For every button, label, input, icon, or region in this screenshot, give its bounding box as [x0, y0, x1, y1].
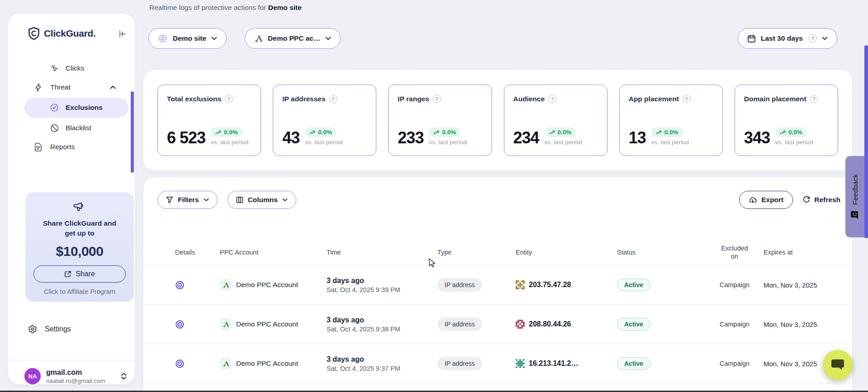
google-ads-icon: [220, 358, 232, 369]
chat-bubble-icon: [831, 359, 844, 371]
stat-value: 343: [744, 130, 770, 146]
table-row[interactable]: Demo PPC Account 3 days ago Sat, Oct 4, …: [143, 305, 852, 344]
table-row-partial[interactable]: 3 days ago: [143, 383, 852, 391]
row-status: Active: [617, 318, 706, 331]
help-icon[interactable]: ?: [809, 34, 817, 43]
col-type[interactable]: Type: [437, 249, 516, 256]
external-link-icon: [64, 270, 71, 278]
chevron-down-icon: [325, 37, 331, 40]
row-details-icon[interactable]: [171, 280, 220, 290]
table-row[interactable]: Demo PPC Account 3 days ago Sat, Oct 4, …: [143, 344, 852, 383]
document-icon: [33, 143, 43, 151]
main-content: Realtime logs of protective actions for …: [143, 0, 856, 392]
refresh-button[interactable]: Refresh: [803, 196, 840, 204]
row-time: 3 days ago Sat, Oct 4, 2025 9:39 PM: [327, 277, 437, 293]
user-menu[interactable]: NA gmail.com naatali.ro@gmail.com: [24, 368, 127, 384]
export-button[interactable]: Export: [739, 191, 793, 209]
trend-up-icon: [433, 130, 439, 135]
filter-bar: Demo site Demo PPC ac… Last 30 days ?: [148, 28, 842, 49]
globe-icon: [158, 33, 168, 43]
columns-button[interactable]: Columns: [228, 191, 296, 209]
stat-card: App placement ? 13 0.0% vs. last period: [619, 85, 723, 156]
cloud-download-icon: [749, 197, 757, 203]
help-icon[interactable]: ?: [810, 95, 818, 103]
settings-label: Settings: [45, 325, 71, 333]
row-excluded-on: Campaign: [706, 360, 764, 367]
trend-caption: vs. last period: [429, 139, 466, 146]
col-details[interactable]: Details: [171, 249, 220, 256]
stat-card: Total exclusions ? 6 523 0.0% vs. last p…: [157, 85, 261, 156]
chevron-up-icon: [110, 85, 116, 89]
chevron-down-icon: [211, 37, 217, 40]
row-type: IP address: [437, 317, 516, 331]
affiliate-promo-card: Share ClickGuard and get up to $10,000 S…: [25, 192, 134, 302]
help-icon[interactable]: ?: [225, 95, 233, 103]
stat-card: IP addresses ? 43 0.0% vs. last period: [273, 85, 376, 156]
sidebar-item-settings[interactable]: Settings: [28, 325, 71, 334]
help-icon[interactable]: ?: [329, 95, 337, 103]
sidebar-item-clicks[interactable]: Clicks: [8, 59, 135, 78]
trend-caption: vs. last period: [651, 139, 689, 146]
row-excluded-on: Campaign: [706, 281, 764, 288]
sidebar-item-reports[interactable]: Reports: [8, 137, 135, 156]
feedback-tab[interactable]: Feedback: [845, 156, 864, 237]
ppc-account-value: Demo PPC ac…: [268, 34, 320, 43]
trend-caption: vs. last period: [305, 139, 342, 146]
col-ppc-account[interactable]: PPC Account: [220, 249, 327, 256]
stat-card: Domain placement ? 343 0.0% vs. last per…: [735, 85, 838, 156]
trend-badge: 0.0%: [305, 128, 337, 137]
ppc-account-selector[interactable]: Demo PPC ac…: [245, 28, 341, 49]
status-badge: Active: [617, 279, 650, 291]
share-button[interactable]: Share: [33, 265, 126, 283]
help-icon[interactable]: ?: [433, 95, 441, 103]
col-status[interactable]: Status: [617, 249, 706, 256]
stat-value: 233: [398, 130, 423, 146]
chevron-down-icon: [822, 37, 828, 40]
row-details-icon[interactable]: [171, 320, 220, 329]
stat-value: 13: [629, 130, 646, 146]
trend-badge: 0.0%: [545, 128, 576, 137]
row-ppc-account: Demo PPC Account: [220, 318, 327, 330]
status-badge: Active: [617, 318, 650, 331]
page-scrollbar[interactable]: [864, 45, 868, 238]
col-time[interactable]: Time: [327, 249, 437, 256]
trend-caption: vs. last period: [211, 139, 248, 146]
stat-label: IP addresses: [282, 95, 325, 103]
promo-caption[interactable]: Click to Affiliate Program: [25, 288, 134, 295]
identicon: [516, 359, 525, 368]
sidebar-item-blacklist[interactable]: Blacklist: [8, 118, 135, 137]
user-name: gmail.com: [46, 368, 121, 377]
help-icon[interactable]: ?: [683, 95, 691, 103]
sidebar-scrollbar[interactable]: [131, 91, 134, 173]
user-email: naatali.ro@gmail.com: [46, 378, 121, 384]
filters-button[interactable]: Filters: [157, 191, 218, 209]
row-type: IP address: [437, 357, 516, 370]
table-row[interactable]: Demo PPC Account 3 days ago Sat, Oct 4, …: [143, 265, 852, 305]
col-excluded-on[interactable]: Excluded on: [706, 244, 764, 260]
type-badge: IP address: [437, 317, 482, 331]
google-ads-icon: [220, 318, 232, 330]
stat-value: 234: [513, 130, 539, 146]
col-expires-at[interactable]: Expires at: [764, 249, 839, 256]
chevron-down-icon: [204, 198, 209, 202]
sidebar-item-exclusions[interactable]: Exclusions: [24, 98, 128, 118]
feedback-smiley-icon: [850, 211, 859, 219]
date-range-selector[interactable]: Last 30 days ?: [738, 28, 837, 49]
stat-card: IP ranges ? 233 0.0% vs. last period: [388, 85, 492, 156]
row-expires-at: Mon, Nov 3, 2025: [764, 321, 839, 328]
prohibited-icon: [50, 124, 59, 132]
help-icon[interactable]: ?: [548, 95, 556, 103]
row-details-icon[interactable]: [171, 359, 220, 368]
trend-badge: 0.0%: [429, 128, 460, 137]
collapse-sidebar-icon[interactable]: [119, 30, 127, 38]
chat-widget-button[interactable]: [823, 350, 853, 380]
row-ppc-account: Demo PPC Account: [220, 279, 327, 291]
columns-icon: [236, 196, 243, 203]
gear-icon: [28, 325, 37, 334]
col-entity[interactable]: Entity: [516, 249, 617, 256]
type-badge: IP address: [437, 357, 482, 370]
site-selector[interactable]: Demo site: [148, 28, 227, 49]
sidebar-item-threat[interactable]: Threat: [8, 78, 135, 97]
avatar: NA: [24, 368, 41, 384]
site-selector-value: Demo site: [173, 34, 206, 43]
